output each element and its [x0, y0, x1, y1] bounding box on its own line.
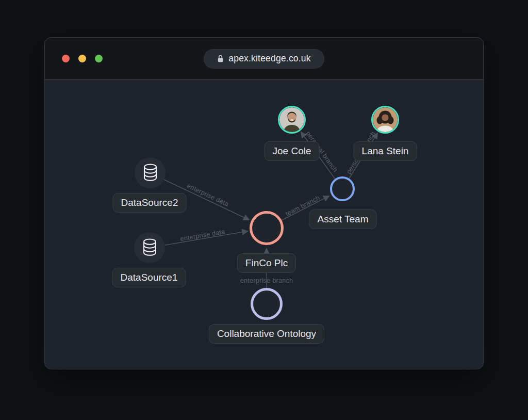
url-text: apex.kiteedge.co.uk	[228, 53, 310, 64]
minimize-button[interactable]	[78, 55, 86, 62]
browser-window: apex.kiteedge.co.uk enterprise data ente…	[44, 37, 484, 369]
node-collaborative-ontology[interactable]	[251, 288, 283, 320]
traffic-lights	[62, 38, 103, 79]
maximize-button[interactable]	[95, 55, 103, 62]
graph-canvas: enterprise data enterprise data team bra…	[45, 80, 483, 369]
titlebar: apex.kiteedge.co.uk	[45, 38, 483, 80]
lana-stein-avatar-image	[373, 107, 398, 132]
label-collaborative-ontology[interactable]: Collaborative Ontology	[209, 324, 324, 344]
label-datasource1[interactable]: DataSource1	[112, 268, 186, 287]
label-datasource2[interactable]: DataSource2	[113, 193, 187, 213]
label-finco-plc[interactable]: FinCo Plc	[237, 253, 296, 273]
close-button[interactable]	[62, 55, 70, 62]
database-icon	[141, 238, 158, 258]
node-lana-stein[interactable]	[371, 106, 399, 134]
edge-datasource1-finco	[165, 231, 248, 245]
node-finco-plc[interactable]	[250, 211, 284, 245]
node-asset-team[interactable]	[330, 176, 355, 201]
node-joe-cole[interactable]	[278, 106, 306, 134]
label-lana-stein[interactable]: Lana Stein	[354, 141, 417, 161]
label-asset-team[interactable]: Asset Team	[309, 209, 377, 229]
joe-cole-avatar-image	[279, 107, 304, 132]
node-datasource1[interactable]	[134, 232, 165, 263]
lock-icon	[217, 54, 224, 63]
database-icon	[142, 163, 159, 183]
label-joe-cole[interactable]: Joe Cole	[265, 141, 320, 161]
address-bar[interactable]: apex.kiteedge.co.uk	[204, 49, 324, 69]
node-datasource2[interactable]	[135, 157, 166, 188]
